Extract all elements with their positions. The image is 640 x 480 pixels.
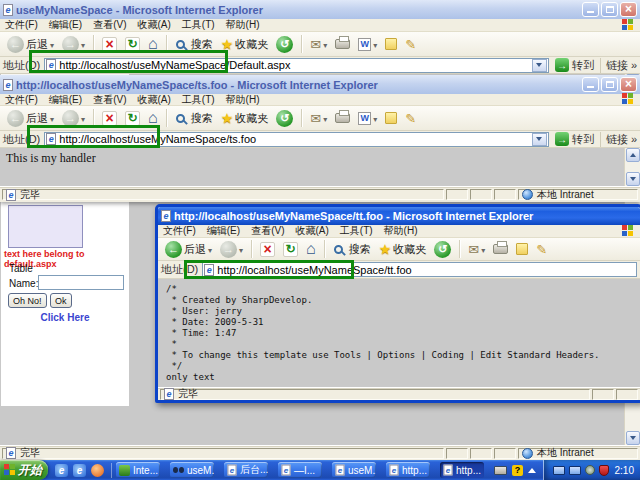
menu-tools[interactable]: 工具(T): [340, 224, 373, 238]
search-button[interactable]: 搜索: [172, 36, 216, 53]
menu-file[interactable]: 文件(F): [5, 93, 38, 107]
mail-button[interactable]: [465, 241, 488, 258]
address-dropdown-button[interactable]: [532, 133, 547, 146]
menu-view[interactable]: 查看(V): [93, 93, 126, 107]
back-button[interactable]: 后退: [162, 240, 215, 259]
network-tray-icon[interactable]: [569, 466, 581, 475]
chevron-down-icon[interactable]: [50, 38, 54, 50]
scroll-down-button[interactable]: [626, 431, 640, 445]
favorites-button[interactable]: 收藏夹: [218, 35, 272, 53]
address-input[interactable]: http://localhost/useMyNameSpace/ts.foo: [44, 132, 549, 147]
menu-help[interactable]: 帮助(H): [226, 93, 260, 107]
scroll-up-button[interactable]: [626, 148, 640, 162]
menu-view[interactable]: 查看(V): [251, 224, 284, 238]
favorites-button[interactable]: 收藏夹: [218, 109, 272, 127]
taskbar-button-7-active[interactable]: http...: [440, 462, 484, 478]
stop-button[interactable]: [99, 110, 120, 127]
taskbar-button-2[interactable]: useM...: [170, 462, 214, 478]
home-button[interactable]: [303, 239, 319, 259]
firefox-quicklaunch-icon[interactable]: [91, 464, 104, 477]
print-button[interactable]: [490, 243, 511, 255]
menu-tools[interactable]: 工具(T): [182, 93, 215, 107]
mail-button[interactable]: [307, 110, 330, 127]
titlebar[interactable]: useMyNameSpace - Microsoft Internet Expl…: [0, 0, 640, 19]
menu-edit[interactable]: 编辑(E): [49, 93, 82, 107]
menu-edit[interactable]: 编辑(E): [207, 224, 240, 238]
vertical-scrollbar[interactable]: [624, 148, 640, 186]
help-tray-icon[interactable]: [512, 465, 523, 476]
restore-button[interactable]: [601, 2, 618, 17]
menu-file[interactable]: 文件(F): [5, 18, 38, 32]
menu-favorites[interactable]: 收藏(A): [137, 18, 170, 32]
go-button[interactable]: 转到: [553, 132, 596, 147]
click-here-link[interactable]: Click Here: [1, 312, 129, 323]
stop-button[interactable]: [257, 241, 278, 258]
ie-quicklaunch-icon[interactable]: [73, 464, 86, 477]
scroll-down-button[interactable]: [626, 172, 640, 186]
search-button[interactable]: 搜索: [330, 241, 374, 258]
name-input[interactable]: [38, 275, 124, 290]
edit-word-button[interactable]: [355, 111, 380, 126]
print-button[interactable]: [332, 38, 353, 50]
edit-pen-button[interactable]: [402, 110, 419, 127]
menu-favorites[interactable]: 收藏(A): [137, 93, 170, 107]
messenger-button[interactable]: [382, 111, 400, 125]
clock[interactable]: 2:10: [615, 465, 634, 476]
chevron-down-icon[interactable]: [208, 243, 212, 255]
menu-edit[interactable]: 编辑(E): [49, 18, 82, 32]
ohno-button[interactable]: Oh No!: [8, 293, 47, 308]
chevron-down-icon[interactable]: [239, 243, 243, 255]
taskbar-button-5[interactable]: useM...: [332, 462, 376, 478]
forward-button[interactable]: [59, 35, 88, 54]
address-dropdown-button[interactable]: [532, 59, 547, 72]
edit-word-button[interactable]: [355, 37, 380, 52]
search-button[interactable]: 搜索: [172, 110, 216, 127]
taskbar-button-1[interactable]: Inte...: [116, 462, 160, 478]
titlebar[interactable]: http://localhost/useMyNameSpace/tt.foo -…: [158, 207, 640, 225]
refresh-button[interactable]: [280, 241, 301, 258]
chevron-down-icon[interactable]: [481, 243, 485, 255]
ie-quicklaunch-icon[interactable]: [55, 464, 68, 477]
address-input[interactable]: http://localhost/useMyNameSpace/tt.foo: [202, 262, 637, 277]
taskbar-button-6[interactable]: http...: [386, 462, 430, 478]
back-button[interactable]: 后退: [4, 109, 57, 128]
refresh-button[interactable]: [122, 110, 143, 127]
start-button[interactable]: 开始: [0, 460, 48, 480]
chevron-down-icon[interactable]: [81, 38, 85, 50]
history-button[interactable]: [273, 109, 296, 128]
messenger-button[interactable]: [513, 242, 531, 256]
history-button[interactable]: [273, 35, 296, 54]
mail-button[interactable]: [307, 36, 330, 53]
forward-button[interactable]: [59, 109, 88, 128]
chevron-down-icon[interactable]: [323, 38, 327, 50]
menu-file[interactable]: 文件(F): [163, 224, 196, 238]
multiline-textbox[interactable]: [8, 205, 83, 248]
chevron-down-icon[interactable]: [373, 38, 377, 50]
links-button[interactable]: 链接»: [600, 58, 637, 73]
ok-button[interactable]: Ok: [50, 293, 72, 308]
forward-button[interactable]: [217, 240, 246, 259]
edit-pen-button[interactable]: [533, 241, 550, 258]
go-button[interactable]: 转到: [553, 58, 596, 73]
menu-help[interactable]: 帮助(H): [226, 18, 260, 32]
home-button[interactable]: [145, 34, 161, 54]
menu-tools[interactable]: 工具(T): [182, 18, 215, 32]
taskbar-button-4[interactable]: —I...: [278, 462, 322, 478]
menu-view[interactable]: 查看(V): [93, 18, 126, 32]
chevron-down-icon[interactable]: [373, 112, 377, 124]
address-input[interactable]: http://localhost/useMyNameSpace/Default.…: [44, 58, 549, 73]
print-button[interactable]: [332, 112, 353, 124]
network-tray-icon[interactable]: [553, 466, 565, 475]
printer-tray-icon[interactable]: [494, 466, 507, 475]
close-button[interactable]: [620, 77, 637, 92]
refresh-button[interactable]: [122, 36, 143, 53]
messenger-button[interactable]: [382, 37, 400, 51]
titlebar[interactable]: http://localhost/useMyNameSpace/ts.foo -…: [0, 75, 640, 94]
volume-tray-icon[interactable]: [585, 465, 595, 475]
menu-help[interactable]: 帮助(H): [384, 224, 418, 238]
chevron-down-icon[interactable]: [81, 112, 85, 124]
home-button[interactable]: [145, 108, 161, 128]
taskbar-button-3[interactable]: 后台...: [224, 462, 268, 478]
chevron-down-icon[interactable]: [323, 112, 327, 124]
links-button[interactable]: 链接»: [600, 132, 637, 147]
